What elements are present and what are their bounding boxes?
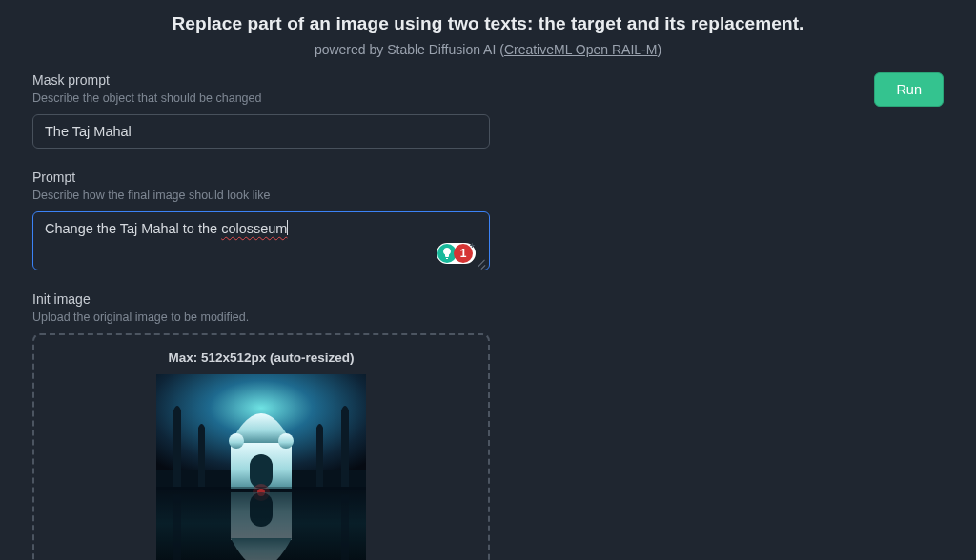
resize-handle-icon[interactable] [477,258,486,268]
license-link[interactable]: CreativeML Open RAIL-M [504,42,658,57]
init-image-field: Init image Upload the original image to … [32,291,490,560]
mask-prompt-label: Mask prompt [32,72,490,88]
page-title: Replace part of an image using two texts… [32,13,944,34]
svg-rect-3 [173,410,181,487]
svg-rect-8 [250,454,273,489]
page-subtitle: powered by Stable Diffusion AI (Creative… [32,42,944,57]
svg-rect-4 [198,428,205,487]
upload-size-note: Max: 512x512px (auto-resized) [44,350,478,365]
prompt-input[interactable]: Change the Taj Mahal to the colosseum 1 … [32,211,490,270]
uploaded-image-preview[interactable] [156,374,366,560]
mask-prompt-field: Mask prompt Describe the object that sho… [32,72,490,149]
image-upload-dropzone[interactable]: Max: 512x512px (auto-resized) [32,333,490,560]
init-image-label: Init image [32,291,490,307]
svg-rect-6 [341,410,349,487]
prompt-desc: Describe how the final image should look… [32,189,490,202]
prompt-text: Change the Taj Mahal to the colosseum [45,221,288,236]
svg-point-10 [278,433,294,449]
suggestion-count-badge: 1 + [454,244,473,263]
run-button[interactable]: Run [874,72,944,107]
plus-icon: + [470,241,475,250]
grammar-suggestion-pill[interactable]: 1 + [437,243,476,264]
powered-by-text: powered by Stable Diffusion AI [315,42,499,57]
mask-prompt-desc: Describe the object that should be chang… [32,91,490,105]
prompt-label: Prompt [32,170,490,185]
text-caret [287,220,288,235]
mask-prompt-input[interactable] [32,114,490,149]
prompt-marked-word: colosseum [221,221,287,236]
prompt-field: Prompt Describe how the final image shou… [32,170,490,270]
svg-point-9 [229,433,244,449]
svg-rect-5 [316,428,323,487]
init-image-desc: Upload the original image to be modified… [32,310,490,324]
svg-rect-17 [156,487,366,560]
